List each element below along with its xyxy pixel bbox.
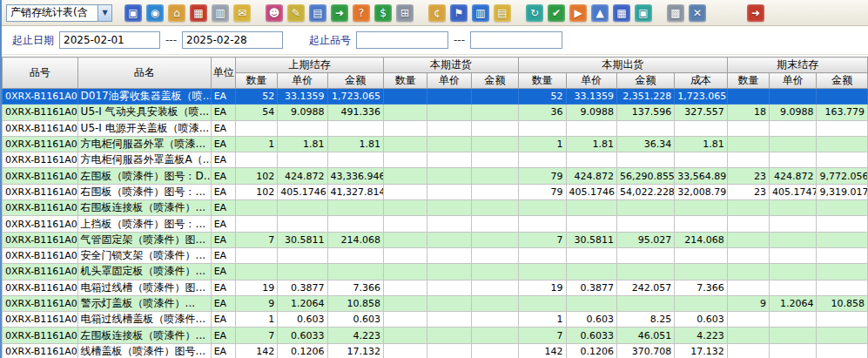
- report-icon[interactable]: ▥: [472, 4, 489, 22]
- col-header-item-no[interactable]: 品号: [3, 57, 78, 89]
- cell-value: [235, 247, 277, 263]
- refresh-icon[interactable]: ↻: [526, 4, 543, 22]
- go-icon[interactable]: ➜: [331, 4, 348, 22]
- item-from-input[interactable]: [356, 31, 448, 49]
- cell-value: [566, 264, 616, 280]
- col-header-unit[interactable]: 单位: [211, 57, 235, 89]
- dollar-icon[interactable]: $: [374, 4, 392, 22]
- close-icon[interactable]: ✕: [689, 4, 706, 22]
- cell-value: [471, 120, 518, 136]
- cell-value: 17.132: [675, 343, 727, 358]
- cards-icon[interactable]: ▤: [494, 4, 511, 22]
- cart-icon[interactable]: ⊞: [396, 4, 414, 22]
- col-header-ship-qty[interactable]: 数量: [519, 73, 566, 89]
- cell-value: 54,022.228: [616, 184, 674, 199]
- table-row[interactable]: 0XRX-B1161A0...电箱过线槽盖板（喷漆件...EA10.6030.6…: [3, 312, 868, 328]
- table-row[interactable]: 0XRX-B1161A0...方电柜伺服器外罩（喷漆...EA11.811.81…: [3, 136, 868, 152]
- cell-value: 405.1746: [278, 184, 327, 199]
- table-row[interactable]: 0XRX-B1161A0...电箱过线槽（喷漆件）图...EA190.38777…: [3, 280, 868, 295]
- date-from-input[interactable]: [59, 31, 160, 49]
- col-header-prev-price[interactable]: 单价: [278, 73, 327, 89]
- table-row[interactable]: 0XRX-B1161A0...安全门锁支架（喷漆件）...EA: [3, 247, 868, 263]
- cell-value: [471, 232, 518, 247]
- col-group-prev-balance[interactable]: 上期结存: [235, 57, 383, 73]
- item-to-input[interactable]: [470, 31, 562, 49]
- table-row[interactable]: 0XRX-B1161A0...左围板连接板（喷漆件）...EA70.60334.…: [3, 328, 868, 343]
- cell-value: [817, 264, 868, 280]
- cell-value: [384, 247, 427, 263]
- col-header-purch-price[interactable]: 单价: [427, 73, 471, 89]
- table-row[interactable]: 0XRX-B1161A0...气管固定架（喷漆件）图...EA730.58112…: [3, 232, 868, 247]
- cell-value: [616, 216, 674, 232]
- col-header-prev-qty[interactable]: 数量: [235, 73, 277, 89]
- table-row[interactable]: 0XRX-B1161A0...上挡板（喷漆件）图号：...EA: [3, 216, 868, 232]
- cell-value: [519, 216, 566, 232]
- report-type-dropdown[interactable]: 产销存统计表(含 ▼: [6, 4, 112, 22]
- col-header-item-name[interactable]: 品名: [77, 57, 211, 89]
- cell-value: 137.596: [616, 105, 674, 120]
- table-row[interactable]: 0XRX-B1161A0...D017油雾收集器盖板（喷...EA5233.13…: [3, 89, 868, 105]
- play-icon[interactable]: ▶: [569, 4, 587, 22]
- monitor-icon[interactable]: ▣: [124, 4, 142, 22]
- columns-icon[interactable]: ▦: [613, 4, 630, 22]
- col-header-purch-amount[interactable]: 金额: [471, 73, 518, 89]
- col-group-shipments[interactable]: 本期出货: [519, 57, 728, 73]
- table-row[interactable]: 0XRX-B1161A0...右围板连接板（喷漆件）...EA: [3, 200, 868, 216]
- table-row[interactable]: 0XRX-B1161A0...U5-I 电源开关盖板（喷漆...EA: [3, 120, 868, 136]
- table-row[interactable]: 0XRX-B1161A0...左围板（喷漆件）图号：D...EA102424.8…: [3, 168, 868, 184]
- date-to-input[interactable]: [182, 31, 283, 49]
- cell-value: [384, 312, 427, 328]
- cell-item-no: 0XRX-B1161A0...: [3, 312, 78, 328]
- chart-icon[interactable]: ▲: [591, 4, 609, 22]
- table-row[interactable]: 0XRX-B1161A0...警示灯盖板（喷漆件）...EA91.206410.…: [3, 295, 868, 311]
- coins-icon[interactable]: ¢: [428, 4, 446, 22]
- col-header-end-qty[interactable]: 数量: [727, 73, 769, 89]
- cell-value: 9.0988: [566, 105, 616, 120]
- table-row[interactable]: 0XRX-B1161A0...右围板（喷漆件）图号：...EA102405.17…: [3, 184, 868, 199]
- cell-value: 163.779: [817, 105, 868, 120]
- cell-value: [471, 89, 518, 105]
- copy-icon[interactable]: ▥: [212, 4, 229, 22]
- home-icon[interactable]: ⌂: [168, 4, 185, 22]
- report-table-body: 0XRX-B1161A0...D017油雾收集器盖板（喷...EA5233.13…: [3, 89, 868, 358]
- col-group-purchases[interactable]: 本期进货: [384, 57, 519, 73]
- col-header-prev-amount[interactable]: 金额: [327, 73, 383, 89]
- exit-icon[interactable]: ➜: [747, 4, 764, 22]
- col-group-ending-balance[interactable]: 期末结存: [727, 57, 867, 73]
- printer-icon[interactable]: ▦: [190, 4, 207, 22]
- screen-icon[interactable]: ▣: [635, 4, 652, 22]
- cell-value: 1: [235, 136, 277, 152]
- table-row[interactable]: 0XRX-B1161A0...方电柜伺服器外罩盖板A（...EA: [3, 152, 868, 168]
- cell-value: [427, 343, 471, 358]
- grid-icon[interactable]: ▩: [667, 4, 684, 22]
- cell-value: [817, 280, 868, 295]
- cell-item-no: 0XRX-B1161A0...: [3, 200, 78, 216]
- col-header-purch-qty[interactable]: 数量: [384, 73, 427, 89]
- date-range-label: 起止日期: [12, 33, 54, 48]
- check-icon[interactable]: ✔: [548, 4, 565, 22]
- col-header-ship-cost[interactable]: 成本: [675, 73, 727, 89]
- form-icon[interactable]: ▤: [309, 4, 326, 22]
- mail-icon[interactable]: ✉: [233, 4, 251, 22]
- cell-value: [278, 216, 327, 232]
- cell-value: 46.051: [616, 328, 674, 343]
- col-header-ship-price[interactable]: 单价: [566, 73, 616, 89]
- cell-value: [616, 120, 674, 136]
- col-header-ship-amount[interactable]: 金额: [616, 73, 674, 89]
- cell-value: 10.858: [327, 295, 383, 311]
- table-row[interactable]: 0XRX-B1161A0...线槽盖板（喷漆件）图号...EA1420.1206…: [3, 343, 868, 358]
- cell-value: [566, 152, 616, 168]
- col-header-end-amount[interactable]: 金额: [817, 73, 868, 89]
- globe-icon[interactable]: ◉: [146, 4, 164, 22]
- cell-value: 424.872: [566, 168, 616, 184]
- flag-icon[interactable]: ⚑: [450, 4, 468, 22]
- cell-value: [235, 200, 277, 216]
- table-row[interactable]: 0XRX-B1161A0...机头罩固定板（喷漆件）...EA: [3, 264, 868, 280]
- edit-icon[interactable]: ✎: [287, 4, 305, 22]
- users-icon[interactable]: ☻: [266, 4, 283, 22]
- help-icon[interactable]: ?: [353, 4, 370, 22]
- cell-value: [770, 264, 817, 280]
- col-header-end-price[interactable]: 单价: [770, 73, 817, 89]
- chevron-down-icon[interactable]: ▼: [98, 5, 111, 21]
- table-row[interactable]: 0XRX-B1161A0...U5-I 气动夹具安装板（喷...EA549.09…: [3, 105, 868, 120]
